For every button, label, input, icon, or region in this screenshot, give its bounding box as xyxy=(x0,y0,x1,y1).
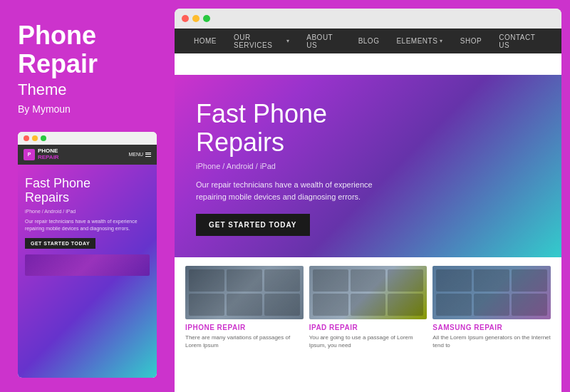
subtitle: Theme xyxy=(18,81,157,99)
iphone-repair-desc: There are many variations of passages of… xyxy=(185,334,304,349)
samsung-repair-image xyxy=(432,266,551,319)
title-line1: Phone Repair xyxy=(18,21,157,78)
dot-green xyxy=(203,15,210,22)
main-nav: HOME OUR SERVICES ▾ ABOUT US BLOG ELEMEN… xyxy=(175,29,561,53)
mini-hero-desc: Our repair technicians have a wealth of … xyxy=(25,218,150,232)
hero-section: Fast Phone Repairs iPhone / Android / iP… xyxy=(175,75,561,257)
ipad-repair-title: IPAD REPAIR xyxy=(309,324,428,331)
mini-browser-bar xyxy=(18,132,157,145)
chevron-down-icon: ▾ xyxy=(286,38,290,44)
dot-yellow xyxy=(192,15,200,22)
mini-logo: P PHONE REPAIR xyxy=(24,148,59,161)
services-section: IPHONE REPAIR There are many variations … xyxy=(175,257,561,392)
mini-dot-red xyxy=(24,135,29,141)
right-panel: HOME OUR SERVICES ▾ ABOUT US BLOG ELEMEN… xyxy=(175,9,561,392)
mini-menu: MENU xyxy=(128,152,151,157)
byline: By Mymoun xyxy=(18,103,157,115)
white-strip xyxy=(175,53,561,75)
mini-dot-yellow xyxy=(32,135,38,141)
ipad-repair-desc: You are going to use a passage of Lorem … xyxy=(309,334,428,349)
samsung-repair-title: SAMSUNG REPAIR xyxy=(432,324,551,331)
mini-hero-subtitle: iPhone / Android / iPad xyxy=(25,209,150,214)
mini-image xyxy=(25,254,150,276)
nav-item-elements[interactable]: ELEMENTS ▾ xyxy=(388,37,451,45)
mini-logo-icon: P xyxy=(24,149,35,160)
mini-browser: P PHONE REPAIR MENU Fast Phone Repairs i… xyxy=(18,132,157,378)
hero-description: Our repair technicians have a wealth of … xyxy=(196,179,410,202)
mini-dot-green xyxy=(41,135,46,141)
nav-item-shop[interactable]: SHOP xyxy=(452,37,490,45)
nav-item-about[interactable]: ABOUT US xyxy=(298,33,349,49)
chevron-down-icon-2: ▾ xyxy=(440,38,443,44)
mini-hamburger-icon xyxy=(145,153,151,157)
browser-chrome xyxy=(175,9,561,29)
iphone-repair-title: IPHONE REPAIR xyxy=(185,324,304,331)
nav-item-services[interactable]: OUR SERVICES ▾ xyxy=(225,33,298,49)
mini-cta-button[interactable]: GET STARTED TODAY xyxy=(25,238,95,249)
cta-button[interactable]: GET STARTED TODAY xyxy=(196,214,310,236)
mini-nav: P PHONE REPAIR MENU xyxy=(18,145,157,165)
mini-hero-title: Fast Phone Repairs xyxy=(25,176,150,205)
nav-item-home[interactable]: HOME xyxy=(185,37,225,45)
ipad-repair-image xyxy=(309,266,428,319)
hero-subtitle: iPhone / Android / iPad xyxy=(196,162,540,170)
service-card-iphone: IPHONE REPAIR There are many variations … xyxy=(185,266,304,385)
mini-logo-text: PHONE REPAIR xyxy=(38,148,59,161)
service-card-ipad: IPAD REPAIR You are going to use a passa… xyxy=(309,266,428,385)
samsung-repair-desc: All the Lorem Ipsum generators on the In… xyxy=(432,334,551,349)
nav-item-blog[interactable]: BLOG xyxy=(350,37,388,45)
iphone-repair-image xyxy=(185,266,304,319)
mini-hero: Fast Phone Repairs iPhone / Android / iP… xyxy=(18,165,157,378)
dot-red xyxy=(182,15,189,22)
hero-title: Fast Phone Repairs xyxy=(196,100,540,156)
nav-item-contact[interactable]: CONTACT US xyxy=(490,33,551,49)
left-panel: Phone Repair Theme By Mymoun P PHONE REP… xyxy=(0,0,175,392)
service-card-samsung: SAMSUNG REPAIR All the Lorem Ipsum gener… xyxy=(432,266,551,385)
nav-items: HOME OUR SERVICES ▾ ABOUT US BLOG ELEMEN… xyxy=(185,33,551,49)
theme-title: Phone Repair Theme By Mymoun xyxy=(18,21,157,132)
